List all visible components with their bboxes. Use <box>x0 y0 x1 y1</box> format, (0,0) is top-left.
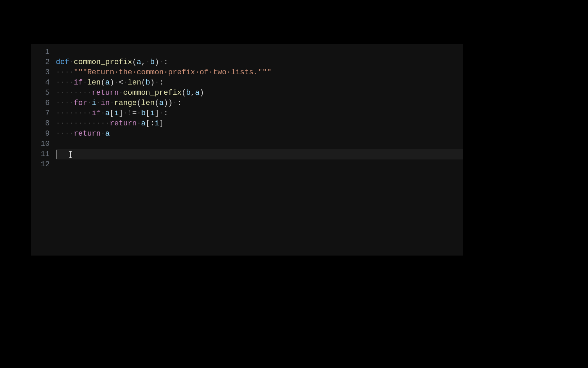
code-token: : <box>150 119 154 128</box>
code-token: len <box>128 78 141 87</box>
code-token: ( <box>154 99 159 107</box>
code-token: ( <box>101 78 105 87</box>
code-token: for <box>74 99 87 107</box>
code-token: · <box>101 129 105 138</box>
code-token: range <box>114 99 137 107</box>
code-token: a <box>195 89 199 97</box>
code-line[interactable] <box>56 47 463 57</box>
code-line[interactable]: ············return·a[:i] <box>56 119 463 129</box>
code-token: ) <box>150 78 154 87</box>
code-token: · <box>173 99 177 107</box>
code-token: < <box>119 78 123 87</box>
code-line[interactable]: ····"""Return·the·common·prefix·of·two·l… <box>56 67 463 78</box>
code-token: != <box>128 109 136 118</box>
code-token: len <box>87 78 101 87</box>
code-token: i <box>154 119 159 128</box>
code-token: return <box>92 89 119 97</box>
code-token: · <box>110 99 114 107</box>
line-number: 4 <box>31 78 50 88</box>
code-token: · <box>137 119 141 128</box>
code-token: a <box>105 109 110 118</box>
code-line[interactable]: ····return·a <box>56 129 463 139</box>
code-token: ] <box>119 109 123 118</box>
code-token: a <box>159 99 164 107</box>
code-token: · <box>123 78 128 87</box>
code-token: b <box>146 78 150 87</box>
code-token: · <box>83 78 87 87</box>
code-token: return <box>74 129 101 138</box>
line-number: 8 <box>31 119 50 129</box>
line-number: 2 <box>31 57 50 67</box>
code-token: common_prefix <box>123 89 182 97</box>
code-token: · <box>87 99 92 107</box>
code-token: · <box>159 58 164 66</box>
code-token: : <box>164 58 168 66</box>
code-token: ( <box>137 99 141 107</box>
line-number: 7 <box>31 108 50 119</box>
code-token: · <box>101 109 105 118</box>
mouse-ibeam-icon: I <box>69 149 72 159</box>
code-token: · <box>69 58 74 66</box>
code-token: i <box>92 99 96 107</box>
code-token: · <box>159 109 164 118</box>
code-token: : <box>159 78 164 87</box>
code-line[interactable] <box>56 159 463 170</box>
line-number-gutter: 123456789101112 <box>31 44 56 256</box>
code-token: ) <box>164 99 168 107</box>
line-number: 1 <box>31 47 50 57</box>
line-number: 5 <box>31 88 50 98</box>
code-line[interactable]: ········if·a[i]·!=·b[i]·: <box>56 108 463 119</box>
line-number: 6 <box>31 98 50 108</box>
code-token: ) <box>168 99 173 107</box>
code-token: ) <box>154 58 159 66</box>
code-token: def <box>56 58 69 66</box>
code-token: ) <box>110 78 114 87</box>
code-token: : <box>164 109 168 118</box>
code-token: [ <box>146 119 150 128</box>
code-line[interactable]: def·common_prefix(a,·b)·: <box>56 57 463 67</box>
code-token: """Return·the·common·prefix·of·two·lists… <box>74 68 272 77</box>
code-token: · <box>137 109 141 118</box>
code-token: ( <box>141 78 146 87</box>
code-token: in <box>101 99 110 107</box>
code-token: : <box>177 99 181 107</box>
line-number: 11 <box>31 149 50 159</box>
code-line[interactable]: ····if·len(a)·<·len(b)·: <box>56 78 463 88</box>
code-token: ( <box>132 58 136 66</box>
code-token: len <box>141 99 155 107</box>
text-cursor <box>56 150 56 159</box>
code-token: · <box>96 99 101 107</box>
code-line[interactable]: I <box>56 149 463 159</box>
code-token: , <box>141 58 146 66</box>
line-number: 10 <box>31 139 50 149</box>
code-token: ] <box>159 119 164 128</box>
code-token: · <box>154 78 159 87</box>
code-token: a <box>137 58 141 66</box>
code-token: , <box>191 89 195 97</box>
code-token: [ <box>110 109 114 118</box>
code-line[interactable] <box>56 139 463 149</box>
code-token: ] <box>154 109 159 118</box>
code-token: common_prefix <box>74 58 132 66</box>
code-editor[interactable]: 123456789101112 def·common_prefix(a,·b)·… <box>31 44 463 256</box>
code-area[interactable]: def·common_prefix(a,·b)·:····"""Return·t… <box>56 44 463 256</box>
code-token: b <box>186 89 191 97</box>
code-token: [ <box>146 109 150 118</box>
code-token: · <box>123 109 128 118</box>
code-token: ( <box>182 89 186 97</box>
code-token: if <box>92 109 101 118</box>
code-token: a <box>105 78 110 87</box>
code-token: i <box>150 109 154 118</box>
code-token: b <box>150 58 154 66</box>
code-line[interactable]: ····for·i·in·range(len(a))·: <box>56 98 463 108</box>
line-number: 3 <box>31 67 50 78</box>
line-number: 9 <box>31 129 50 139</box>
code-token: ) <box>200 89 204 97</box>
code-token: return <box>110 119 136 128</box>
code-line[interactable]: ········return·common_prefix(b,a) <box>56 88 463 98</box>
code-token: b <box>141 109 146 118</box>
line-number: 12 <box>31 159 50 170</box>
code-token: a <box>141 119 146 128</box>
code-token: if <box>74 78 83 87</box>
code-token: · <box>119 89 123 97</box>
